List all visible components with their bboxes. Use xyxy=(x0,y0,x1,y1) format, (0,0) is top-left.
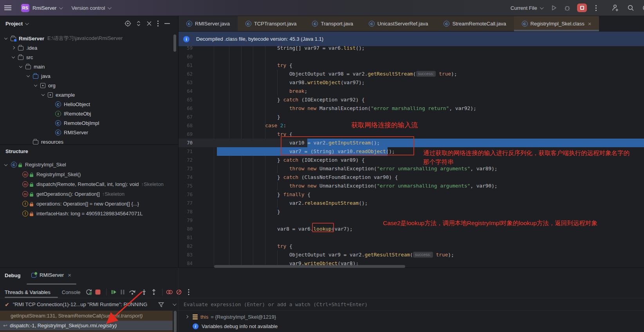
annotation-arrow xyxy=(0,0,644,332)
